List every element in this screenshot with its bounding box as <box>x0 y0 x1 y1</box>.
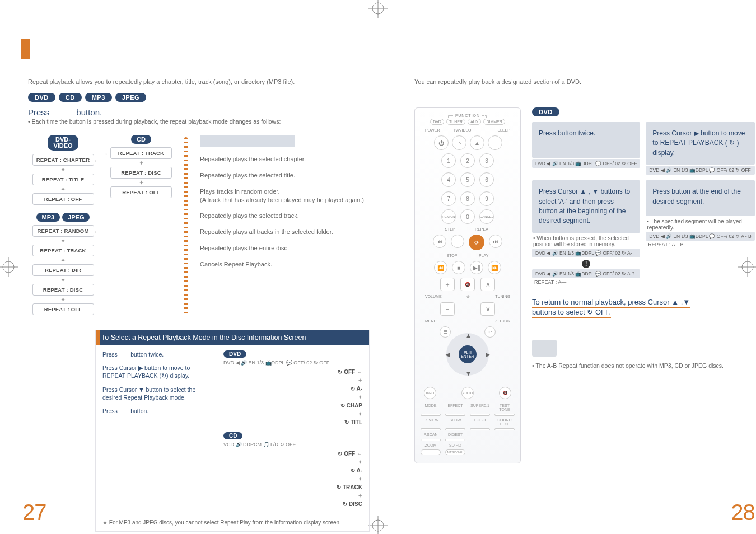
zoom-mini[interactable] <box>421 449 441 455</box>
cursor-left-icon[interactable]: ◀ <box>445 351 450 358</box>
play-pause-icon[interactable]: ▶‖ <box>470 261 483 274</box>
digest-mini[interactable] <box>445 439 465 441</box>
remote-btn-dvd[interactable]: DVD <box>430 119 444 125</box>
state-dir: REPEAT : DIR <box>32 264 94 276</box>
eject-icon[interactable]: ▲ <box>470 135 484 150</box>
info-panel: To Select a Repeat Playback Mode in the … <box>95 330 370 532</box>
repeat-btn[interactable]: ⟳ <box>469 235 484 250</box>
skip-back-icon[interactable]: ⏮ <box>433 235 446 248</box>
state-random: ←REPEAT : RANDOM <box>32 225 94 237</box>
tvvideo-btn[interactable]: TV <box>452 135 466 150</box>
mini-pill-cd: CD <box>223 432 242 439</box>
mini-pill-dvd: DVD <box>223 350 246 358</box>
press-word: Press <box>28 107 49 117</box>
flow-arrow: ✦ <box>28 296 98 303</box>
remain-btn[interactable]: REMAIN <box>441 209 456 224</box>
intro-text: Repeat playback allows you to repeatedly… <box>28 78 370 85</box>
loop-arrow-icon: ← <box>104 150 111 158</box>
status-strip: DVD ◀ 🔊 EN 1/3 📺DDPL 💬 OFF/ 02 ↻ OFF <box>646 166 754 175</box>
mode-mini[interactable] <box>421 414 441 416</box>
option-heading-bar <box>200 135 295 147</box>
stop-icon[interactable]: ■ <box>452 261 465 274</box>
subtitle-btn[interactable]: 🔇 <box>499 387 511 399</box>
pill-mp3: MP3 <box>85 93 112 102</box>
digit-9[interactable]: 9 <box>479 191 494 206</box>
flow-arrow: ✦ <box>110 179 172 186</box>
right-columns: ┌─ FUNCTION ─┐ DVD TUNER AUX DIMMER POWE… <box>414 107 755 463</box>
intro-text-right: You can repeatedly play back a designate… <box>414 78 755 85</box>
return-btn[interactable]: ↩ <box>484 326 496 338</box>
step-btn[interactable] <box>451 235 464 248</box>
forward-icon[interactable]: ⏩ <box>488 261 501 274</box>
status-strip: DVD ◀ 🔊 EN 1/3 📺DDPL 💬 OFF/ 02 ↻ A- <box>532 249 640 257</box>
dvd-chain: ↻ OFF ← ✦ ↻ A- ✦ ↻ CHAP ✦ ↻ TITL <box>223 368 362 427</box>
spread: Repeat playback allows you to repeatedly… <box>0 0 756 534</box>
dpad[interactable]: ☰ ↩ ▲ ▼ ◀ ▶ PL II ENTER <box>440 326 496 382</box>
cursor-dn-icon[interactable]: ▼ <box>465 370 472 377</box>
menu-btn[interactable]: ☰ <box>440 326 451 338</box>
super51-mini[interactable] <box>470 414 490 416</box>
page-number-right: 28 <box>731 500 755 525</box>
col-step1: Press button twice. DVD ◀ 🔊 EN 1/3 📺DDPL… <box>532 122 640 175</box>
info-btn[interactable]: INFO <box>424 387 436 399</box>
state-chapter: ←REPEAT : CHAPTER <box>32 154 94 166</box>
flow-title-cd: CD <box>131 135 151 144</box>
power-icon[interactable]: ⏻ <box>434 135 449 150</box>
mute-icon[interactable]: 🔇 <box>460 278 475 291</box>
slow-mini[interactable] <box>445 428 465 430</box>
digit-6[interactable]: 6 <box>479 172 494 187</box>
note-block: • The A-B Repeat function does not opera… <box>532 340 755 369</box>
digit-8[interactable]: 8 <box>460 191 475 206</box>
step-list: Press button twice. Press Cursor ▶ butto… <box>102 350 214 514</box>
flow-title-jpeg: JPEG <box>62 213 90 222</box>
tune-dn-icon[interactable]: ∨ <box>480 302 495 316</box>
flow-arrow: ✦ <box>28 166 98 173</box>
flow-arrow: ✦ <box>28 186 98 193</box>
cursor-up-icon[interactable]: ▲ <box>465 332 472 339</box>
digit-1[interactable]: 1 <box>441 153 456 168</box>
remote-btn-tuner[interactable]: TUNER <box>446 119 465 125</box>
pill-dvd: DVD <box>28 93 55 102</box>
cursor-right-icon[interactable]: ▶ <box>486 351 490 358</box>
skip-fwd-icon[interactable]: ⏭ <box>489 235 502 248</box>
remote-btn-aux[interactable]: AUX <box>468 119 481 125</box>
remote-illustration: ┌─ FUNCTION ─┐ DVD TUNER AUX DIMMER POWE… <box>414 107 521 463</box>
digit-0[interactable]: 0 <box>460 209 475 224</box>
button-word: button. <box>76 107 102 117</box>
cancel-btn[interactable]: CANCEL <box>479 209 494 224</box>
sleep-btn[interactable] <box>488 135 502 150</box>
state-title: REPEAT : TITLE <box>32 174 94 185</box>
digit-3[interactable]: 3 <box>479 153 494 168</box>
audio-btn[interactable]: AUDIO <box>461 387 474 399</box>
digit-5[interactable]: 5 <box>460 172 475 187</box>
remote-btn-dimmer[interactable]: DIMMER <box>483 119 505 125</box>
sedit-mini[interactable] <box>494 428 515 430</box>
function-row: DVD TUNER AUX DIMMER <box>421 119 515 125</box>
state-disc: REPEAT : DISC <box>110 167 172 179</box>
rewind-icon[interactable]: ⏪ <box>434 261 447 274</box>
press-sub: Each time the button is pressed during p… <box>28 118 370 125</box>
pill-jpeg: JPEG <box>115 93 146 102</box>
sdhd-mini[interactable]: NTSC/PAL <box>445 449 465 455</box>
pscan-mini[interactable] <box>421 439 441 441</box>
digit-4[interactable]: 4 <box>441 172 456 187</box>
step-box-3: Press Cursor ▲ , ▼ buttons to select 'A-… <box>532 180 640 233</box>
step-2: Press Cursor ▶ button to move to REPEAT … <box>102 364 214 380</box>
desc-chapter: Repeatedly plays the selected chapter. <box>200 155 370 163</box>
status-strip: DVD ◀ 🔊 EN 1/3 📺DDPL 💬 OFF/ 02 ↻ OFF <box>223 360 362 366</box>
digit-2[interactable]: 2 <box>460 153 475 168</box>
vol-dn-icon[interactable]: － <box>440 302 455 316</box>
state-track: ←REPEAT : TRACK <box>110 147 172 159</box>
enter-btn[interactable]: PL II ENTER <box>459 345 477 363</box>
note-text: The A-B Repeat function does not operate… <box>535 362 724 369</box>
logo-mini[interactable] <box>470 428 490 430</box>
testtone-mini[interactable] <box>494 414 515 416</box>
tune-up-icon[interactable]: ∧ <box>480 278 495 291</box>
step-box-2: Press Cursor ▶ button to move to REPEAT … <box>646 122 754 165</box>
digit-7[interactable]: 7 <box>441 191 456 206</box>
step-box-4: Press button at the end of the desired s… <box>646 180 754 216</box>
state-off: REPEAT : OFF <box>32 303 94 315</box>
ezview-mini[interactable] <box>421 428 441 430</box>
effect-mini[interactable] <box>445 414 465 416</box>
vol-up-icon[interactable]: ＋ <box>440 278 455 291</box>
